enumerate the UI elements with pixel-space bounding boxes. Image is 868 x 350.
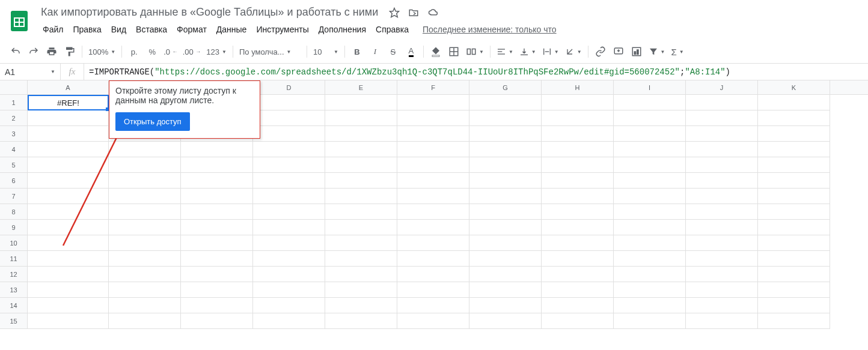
cell[interactable] bbox=[542, 173, 614, 189]
cell[interactable] bbox=[28, 313, 109, 329]
cell[interactable] bbox=[758, 173, 830, 189]
cell[interactable] bbox=[469, 220, 542, 235]
cell[interactable] bbox=[397, 142, 469, 157]
cell[interactable] bbox=[469, 282, 542, 298]
cell[interactable] bbox=[758, 313, 830, 329]
column-header[interactable]: D bbox=[253, 80, 325, 94]
cell[interactable] bbox=[325, 142, 397, 157]
cell[interactable] bbox=[758, 235, 830, 251]
last-edit-link[interactable]: Последнее изменение: только что bbox=[423, 25, 557, 34]
cell[interactable] bbox=[469, 142, 542, 157]
strikethrough-button[interactable]: S bbox=[385, 44, 402, 59]
cell[interactable] bbox=[397, 157, 469, 173]
menu-insert[interactable]: Вставка bbox=[132, 22, 171, 37]
menu-file[interactable]: Файл bbox=[38, 22, 67, 37]
cell[interactable] bbox=[542, 126, 614, 142]
cell[interactable] bbox=[686, 173, 758, 189]
insert-comment-icon[interactable] bbox=[610, 44, 627, 59]
cell[interactable] bbox=[253, 157, 325, 173]
cell[interactable] bbox=[542, 235, 614, 251]
row-header[interactable]: 13 bbox=[0, 282, 28, 298]
cell[interactable] bbox=[181, 267, 253, 282]
cell[interactable] bbox=[253, 251, 325, 267]
cell[interactable] bbox=[614, 298, 686, 313]
cell[interactable] bbox=[28, 298, 109, 313]
cell[interactable] bbox=[397, 282, 469, 298]
star-icon[interactable] bbox=[389, 7, 400, 18]
column-header[interactable]: G bbox=[469, 80, 542, 94]
cloud-status-icon[interactable] bbox=[427, 7, 439, 18]
cell[interactable] bbox=[325, 189, 397, 204]
cell[interactable] bbox=[253, 189, 325, 204]
functions-button[interactable]: Σ▼ bbox=[668, 44, 686, 59]
cell[interactable] bbox=[325, 126, 397, 142]
cell[interactable] bbox=[397, 110, 469, 126]
row-header[interactable]: 5 bbox=[0, 157, 28, 173]
cell[interactable] bbox=[253, 173, 325, 189]
row-header[interactable]: 10 bbox=[0, 235, 28, 251]
cell[interactable] bbox=[542, 204, 614, 220]
cell[interactable] bbox=[758, 157, 830, 173]
italic-button[interactable]: I bbox=[367, 44, 384, 59]
merge-cells-button[interactable]: ▼ bbox=[463, 44, 486, 59]
insert-chart-icon[interactable] bbox=[628, 44, 645, 59]
cell[interactable] bbox=[614, 95, 686, 110]
cell[interactable] bbox=[614, 173, 686, 189]
cell[interactable] bbox=[28, 110, 109, 126]
cell[interactable] bbox=[28, 142, 109, 157]
cell[interactable] bbox=[28, 189, 109, 204]
text-wrap-button[interactable]: ▼ bbox=[540, 44, 561, 59]
formula-bar[interactable]: =IMPORTRANGE("https://docs.google.com/sp… bbox=[84, 67, 868, 77]
cell[interactable] bbox=[253, 204, 325, 220]
text-color-button[interactable]: A bbox=[403, 44, 420, 59]
document-title[interactable]: Как импортировать данные в «Google Табли… bbox=[38, 5, 381, 20]
menu-help[interactable]: Справка bbox=[371, 22, 413, 37]
font-dropdown[interactable]: По умолча...▼ bbox=[237, 44, 303, 59]
cell[interactable] bbox=[253, 235, 325, 251]
cell[interactable] bbox=[686, 204, 758, 220]
cell[interactable] bbox=[325, 95, 397, 110]
cell[interactable] bbox=[397, 95, 469, 110]
cell[interactable] bbox=[28, 235, 109, 251]
cell[interactable] bbox=[614, 126, 686, 142]
filter-button[interactable]: ▼ bbox=[646, 44, 668, 59]
cell[interactable] bbox=[253, 142, 325, 157]
cell[interactable] bbox=[325, 157, 397, 173]
column-header[interactable]: K bbox=[758, 80, 830, 94]
cell[interactable] bbox=[325, 267, 397, 282]
cell[interactable] bbox=[253, 110, 325, 126]
cell[interactable] bbox=[28, 267, 109, 282]
cell[interactable] bbox=[109, 282, 181, 298]
cell[interactable] bbox=[325, 298, 397, 313]
fill-color-button[interactable] bbox=[427, 44, 444, 59]
cell[interactable] bbox=[28, 220, 109, 235]
menu-edit[interactable]: Правка bbox=[69, 22, 105, 37]
cell[interactable] bbox=[686, 313, 758, 329]
cell[interactable] bbox=[542, 110, 614, 126]
cell[interactable] bbox=[28, 157, 109, 173]
cell[interactable] bbox=[758, 220, 830, 235]
cell[interactable] bbox=[469, 173, 542, 189]
cell[interactable] bbox=[28, 126, 109, 142]
cell[interactable] bbox=[397, 313, 469, 329]
cell[interactable] bbox=[469, 251, 542, 267]
cell[interactable] bbox=[758, 298, 830, 313]
zoom-dropdown[interactable]: 100%▼ bbox=[86, 44, 118, 59]
cell[interactable] bbox=[542, 142, 614, 157]
menu-tools[interactable]: Инструменты bbox=[252, 22, 313, 37]
horizontal-align-button[interactable]: ▼ bbox=[494, 44, 516, 59]
cell[interactable] bbox=[325, 204, 397, 220]
cell[interactable] bbox=[542, 189, 614, 204]
cell[interactable] bbox=[542, 282, 614, 298]
cell[interactable] bbox=[758, 189, 830, 204]
cell[interactable] bbox=[614, 251, 686, 267]
cell[interactable] bbox=[542, 313, 614, 329]
row-header[interactable]: 8 bbox=[0, 204, 28, 220]
cell[interactable] bbox=[109, 157, 181, 173]
percent-button[interactable]: % bbox=[144, 44, 160, 59]
cell[interactable] bbox=[325, 173, 397, 189]
cell[interactable] bbox=[758, 126, 830, 142]
cell[interactable]: #REF! bbox=[28, 95, 109, 110]
cell[interactable] bbox=[614, 313, 686, 329]
cell[interactable] bbox=[28, 282, 109, 298]
